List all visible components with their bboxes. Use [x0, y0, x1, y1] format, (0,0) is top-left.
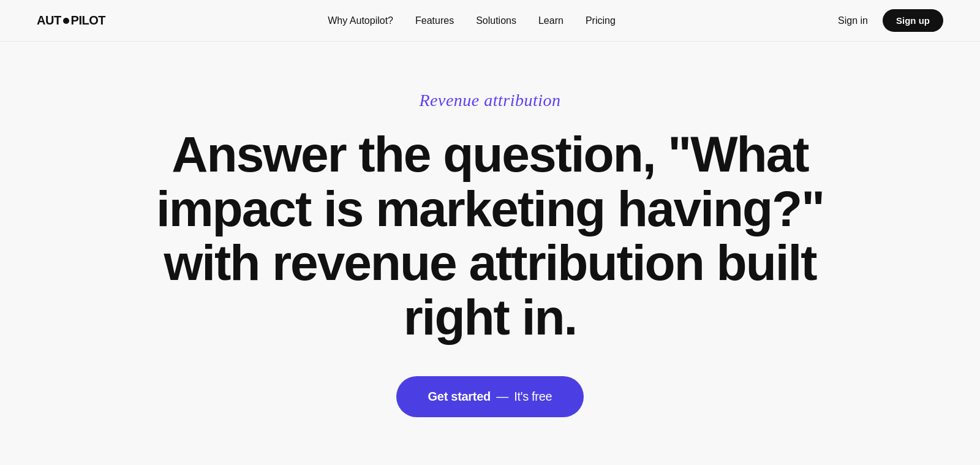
logo-text: AUT [37, 13, 61, 28]
cta-free-text: It's free [514, 390, 552, 403]
logo[interactable]: AUT PILOT [37, 13, 105, 28]
hero-title: Answer the question, "What impact is mar… [153, 127, 827, 344]
header-actions: Sign in Sign up [838, 9, 943, 32]
nav-item-pricing[interactable]: Pricing [586, 15, 616, 26]
cta-dash: — [493, 390, 511, 403]
hero-subtitle: Revenue attribution [419, 91, 560, 110]
cta-get-started-button[interactable]: Get started — It's free [396, 376, 584, 417]
nav-item-solutions[interactable]: Solutions [476, 15, 516, 26]
logo-dot-icon [63, 18, 69, 24]
site-header: AUT PILOT Why Autopilot? Features Soluti… [0, 0, 980, 42]
nav-item-learn[interactable]: Learn [538, 15, 564, 26]
cta-label: Get started [428, 390, 491, 403]
logo-text-after: PILOT [71, 13, 105, 28]
nav-item-why-autopilot[interactable]: Why Autopilot? [328, 15, 393, 26]
nav-item-features[interactable]: Features [415, 15, 454, 26]
hero-section: Revenue attribution Answer the question,… [0, 42, 980, 454]
sign-in-link[interactable]: Sign in [838, 15, 868, 26]
main-nav: Why Autopilot? Features Solutions Learn … [328, 15, 616, 26]
sign-up-button[interactable]: Sign up [883, 9, 943, 32]
